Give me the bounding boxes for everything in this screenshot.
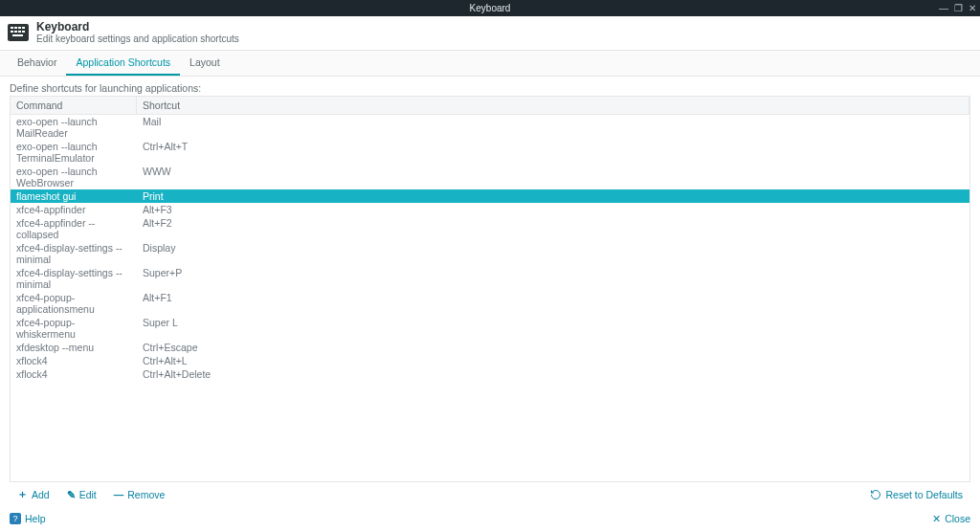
table-row[interactable]: xfce4-appfinder --collapsedAlt+F2 xyxy=(11,216,969,241)
maximize-icon[interactable]: ❐ xyxy=(954,4,963,13)
cell-command: exo-open --launch WebBrowser xyxy=(11,165,137,189)
table-row[interactable]: flameshot guiPrint xyxy=(11,189,969,203)
cell-command: xfce4-popup-applicationsmenu xyxy=(11,291,137,316)
close-label: Close xyxy=(945,513,970,524)
table-row[interactable]: exo-open --launch WebBrowserWWW xyxy=(11,165,969,189)
close-icon: ✕ xyxy=(932,513,941,524)
table-row[interactable]: xfce4-appfinderAlt+F3 xyxy=(11,203,969,216)
tab-behavior[interactable]: Behavior xyxy=(8,51,66,76)
cell-command: xfce4-display-settings --minimal xyxy=(11,241,137,266)
main-panel: Define shortcuts for launching applicati… xyxy=(0,77,980,507)
help-icon: ? xyxy=(10,513,21,524)
table-row[interactable]: xfdesktop --menuCtrl+Escape xyxy=(11,341,969,354)
cell-command: xflock4 xyxy=(11,354,137,367)
cell-shortcut: Alt+F1 xyxy=(137,291,969,316)
cell-shortcut: Ctrl+Escape xyxy=(137,341,969,354)
cell-shortcut: Super+P xyxy=(137,266,969,291)
table-row[interactable]: xfce4-popup-applicationsmenuAlt+F1 xyxy=(11,291,969,316)
description-label: Define shortcuts for launching applicati… xyxy=(10,82,970,94)
titlebar: Keyboard — ❐ ✕ xyxy=(0,0,980,16)
keyboard-icon xyxy=(8,24,29,41)
tab-layout[interactable]: Layout xyxy=(180,51,230,76)
add-label: Add xyxy=(32,489,50,500)
cell-shortcut: Ctrl+Alt+L xyxy=(137,354,969,367)
reset-label: Reset to Defaults xyxy=(885,489,963,500)
cell-command: exo-open --launch MailReader xyxy=(11,115,137,140)
header: Keyboard Edit keyboard settings and appl… xyxy=(0,16,980,51)
close-button[interactable]: ✕ Close xyxy=(932,513,970,524)
cell-shortcut: Alt+F3 xyxy=(137,203,969,216)
remove-label: Remove xyxy=(127,489,165,500)
cell-shortcut: Ctrl+Alt+Delete xyxy=(137,367,969,381)
cell-command: exo-open --launch TerminalEmulator xyxy=(11,140,137,165)
reset-defaults-button[interactable]: Reset to Defaults xyxy=(870,489,963,500)
table-body: exo-open --launch MailReaderMailexo-open… xyxy=(11,115,969,481)
cell-command: xfce4-appfinder --collapsed xyxy=(11,216,137,241)
cell-command: xfce4-appfinder xyxy=(11,203,137,216)
add-button[interactable]: ＋ Add xyxy=(17,488,50,501)
edit-label: Edit xyxy=(79,489,97,500)
table-row[interactable]: xfce4-popup-whiskermenuSuper L xyxy=(11,316,969,341)
cell-command: xflock4 xyxy=(11,367,137,381)
table-row[interactable]: xfce4-display-settings --minimalDisplay xyxy=(11,241,969,266)
minus-icon: — xyxy=(114,489,124,500)
window-controls: — ❐ ✕ xyxy=(939,0,976,16)
cell-command: xfce4-display-settings --minimal xyxy=(11,266,137,291)
column-command[interactable]: Command xyxy=(11,97,137,114)
table-row[interactable]: xflock4Ctrl+Alt+L xyxy=(11,354,969,367)
table-row[interactable]: exo-open --launch TerminalEmulatorCtrl+A… xyxy=(11,140,969,165)
shortcuts-table: Command Shortcut exo-open --launch MailR… xyxy=(10,96,970,482)
help-button[interactable]: ? Help xyxy=(10,513,46,524)
cell-shortcut: WWW xyxy=(137,165,969,189)
reset-icon xyxy=(870,489,881,500)
cell-command: xfdesktop --menu xyxy=(11,341,137,354)
cell-shortcut: Ctrl+Alt+T xyxy=(137,140,969,165)
footer: ? Help ✕ Close xyxy=(0,507,980,532)
edit-button[interactable]: ✎ Edit xyxy=(67,489,97,500)
page-title: Keyboard xyxy=(36,20,239,33)
cell-shortcut: Print xyxy=(137,189,969,203)
minimize-icon[interactable]: — xyxy=(939,4,948,13)
cell-shortcut: Super L xyxy=(137,316,969,341)
table-row[interactable]: exo-open --launch MailReaderMail xyxy=(11,115,969,140)
cell-command: flameshot gui xyxy=(11,189,137,203)
cell-shortcut: Alt+F2 xyxy=(137,216,969,241)
table-row[interactable]: xflock4Ctrl+Alt+Delete xyxy=(11,367,969,381)
cell-shortcut: Display xyxy=(137,241,969,266)
plus-icon: ＋ xyxy=(17,488,28,501)
cell-shortcut: Mail xyxy=(137,115,969,140)
table-row[interactable]: xfce4-display-settings --minimalSuper+P xyxy=(11,266,969,291)
column-shortcut[interactable]: Shortcut xyxy=(137,97,969,114)
toolbar: ＋ Add ✎ Edit — Remove Reset to Defaults xyxy=(10,482,970,503)
help-label: Help xyxy=(25,513,46,524)
pencil-icon: ✎ xyxy=(67,489,76,500)
tab-application-shortcuts[interactable]: Application Shortcuts xyxy=(66,51,180,76)
remove-button[interactable]: — Remove xyxy=(114,489,166,500)
page-subtitle: Edit keyboard settings and application s… xyxy=(36,33,239,44)
cell-command: xfce4-popup-whiskermenu xyxy=(11,316,137,341)
tabs: Behavior Application Shortcuts Layout xyxy=(0,51,980,77)
close-window-icon[interactable]: ✕ xyxy=(969,4,976,13)
window-title: Keyboard xyxy=(470,3,511,13)
table-header: Command Shortcut xyxy=(11,97,969,115)
